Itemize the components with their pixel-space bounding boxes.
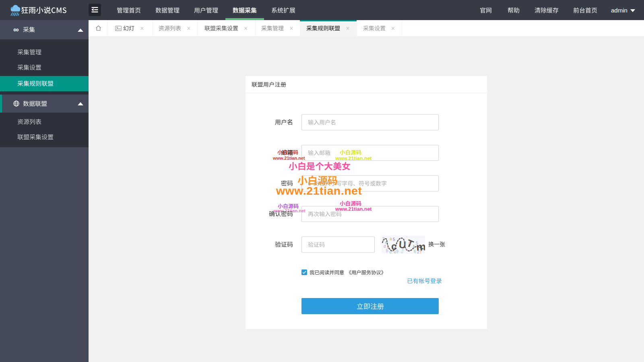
svg-text:1: 1	[404, 241, 407, 246]
svg-text:9: 9	[396, 249, 398, 253]
svg-text:': '	[407, 236, 407, 241]
svg-text:b: b	[386, 249, 388, 253]
svg-text:5: 5	[393, 237, 395, 242]
svg-text:a: a	[390, 237, 392, 241]
svg-text:5: 5	[416, 241, 418, 245]
svg-text:q: q	[389, 250, 392, 253]
svg-text:6: 6	[414, 249, 416, 253]
svg-text:4: 4	[408, 241, 411, 245]
svg-text:d: d	[384, 244, 386, 249]
svg-text:T: T	[419, 251, 422, 253]
svg-text:h: h	[413, 245, 415, 249]
svg-text:x: x	[402, 247, 404, 252]
